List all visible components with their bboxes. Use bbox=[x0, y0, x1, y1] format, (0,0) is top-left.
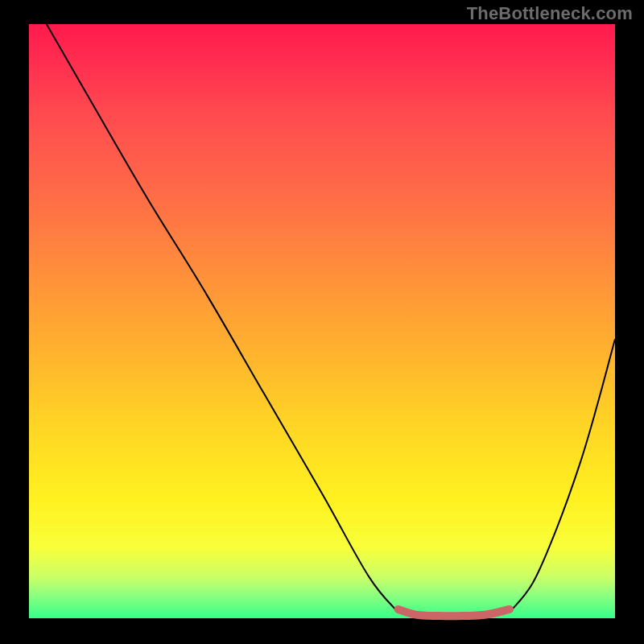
watermark-text: TheBottleneck.com bbox=[467, 3, 633, 24]
curve-left-path bbox=[47, 24, 398, 613]
highlight-band-path bbox=[398, 609, 510, 616]
curve-right-path bbox=[510, 339, 615, 612]
plot-svg bbox=[29, 24, 615, 618]
chart-frame: TheBottleneck.com bbox=[0, 0, 644, 644]
